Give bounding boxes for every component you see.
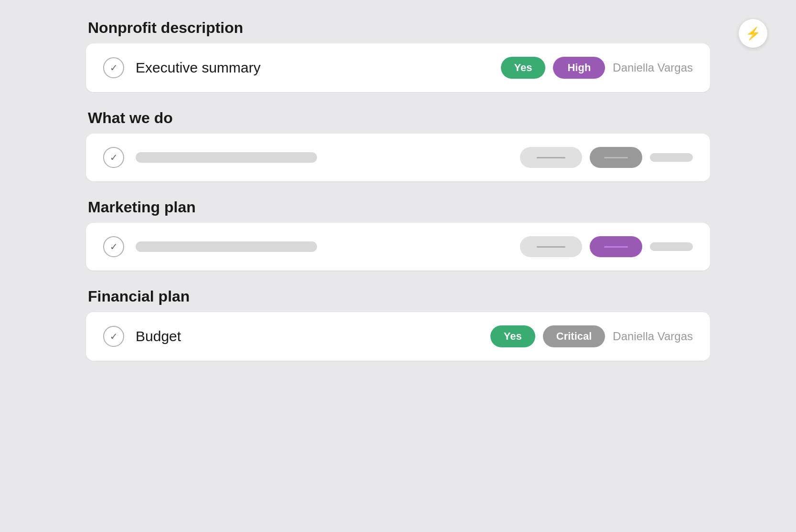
badges-executive-summary: Yes High Daniella Vargas xyxy=(501,57,693,79)
card-marketing-plan[interactable]: ✓ xyxy=(86,223,710,271)
section-title-marketing: Marketing plan xyxy=(86,198,710,216)
badge-high-executive-summary: High xyxy=(553,57,605,79)
badge-critical-budget: Critical xyxy=(543,325,605,347)
section-financial-plan: Financial plan ✓ Budget Yes Critical Dan… xyxy=(86,288,710,361)
section-title-what-we-do: What we do xyxy=(86,109,710,127)
badge-yes-inner-what-we-do xyxy=(537,157,565,158)
badges-budget: Yes Critical Daniella Vargas xyxy=(490,325,693,347)
badge-yes-placeholder-marketing xyxy=(520,236,582,257)
badge-high-inner-what-we-do xyxy=(604,157,628,158)
section-marketing-plan: Marketing plan ✓ xyxy=(86,198,710,271)
item-label-placeholder-what-we-do xyxy=(136,152,317,163)
section-what-we-do: What we do ✓ xyxy=(86,109,710,181)
item-label-placeholder-marketing xyxy=(136,241,317,252)
badge-priority-placeholder-marketing xyxy=(590,236,642,257)
user-name-budget: Daniella Vargas xyxy=(613,330,693,343)
check-icon-budget: ✓ xyxy=(103,326,124,347)
badge-yes-executive-summary: Yes xyxy=(501,57,546,79)
badge-yes-budget: Yes xyxy=(490,325,535,347)
card-executive-summary[interactable]: ✓ Executive summary Yes High Daniella Va… xyxy=(86,43,710,92)
lightning-button[interactable]: ⚡ xyxy=(739,19,767,48)
user-name-placeholder-what-we-do xyxy=(650,153,693,162)
badge-high-placeholder-what-we-do xyxy=(590,147,642,168)
section-title-financial: Financial plan xyxy=(86,288,710,305)
section-nonprofit-description: Nonprofit description ✓ Executive summar… xyxy=(86,19,710,92)
item-label-budget: Budget xyxy=(136,328,479,344)
check-icon-marketing: ✓ xyxy=(103,236,124,257)
user-name-executive-summary: Daniella Vargas xyxy=(613,61,693,74)
badge-yes-placeholder-what-we-do xyxy=(520,147,582,168)
badge-priority-inner-marketing xyxy=(604,246,628,248)
user-name-placeholder-marketing xyxy=(650,242,693,251)
lightning-icon: ⚡ xyxy=(745,26,761,41)
item-label-executive-summary: Executive summary xyxy=(136,60,489,76)
badge-yes-inner-marketing xyxy=(537,246,565,248)
check-icon-what-we-do: ✓ xyxy=(103,147,124,168)
section-title-nonprofit: Nonprofit description xyxy=(86,19,710,37)
card-what-we-do[interactable]: ✓ xyxy=(86,134,710,181)
badges-marketing xyxy=(520,236,693,257)
card-budget[interactable]: ✓ Budget Yes Critical Daniella Vargas xyxy=(86,312,710,361)
badges-what-we-do xyxy=(520,147,693,168)
check-icon-executive-summary: ✓ xyxy=(103,57,124,78)
